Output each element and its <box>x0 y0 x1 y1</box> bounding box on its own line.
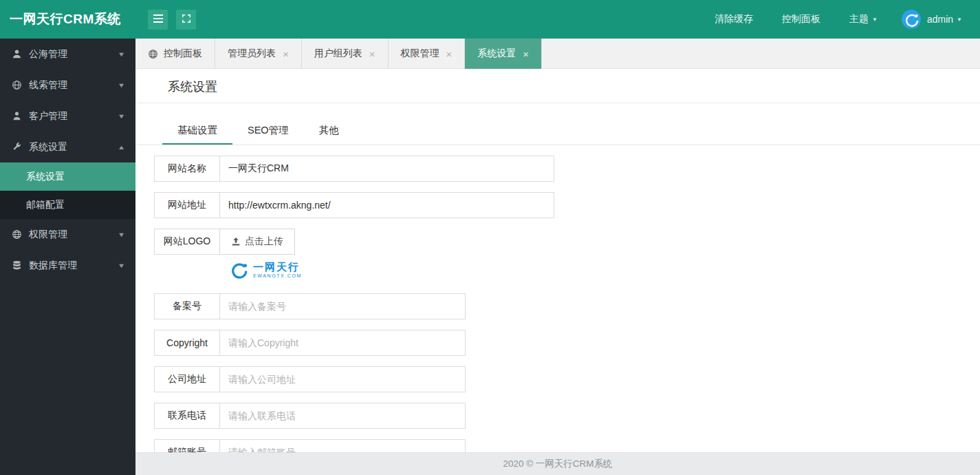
globe-icon <box>11 229 22 240</box>
form-row-contact-phone: 联系电话 <box>154 403 980 429</box>
header: 一网天行CRM系统 清除缓存 控制面板 主题▼ admin▼ <box>0 0 980 39</box>
close-icon[interactable]: × <box>369 49 375 59</box>
sidebar-toggle-button[interactable] <box>148 10 168 30</box>
footer-text: 2020 © 一网天行CRM系统 <box>503 458 612 470</box>
tab-permission-management[interactable]: 权限管理× <box>389 39 466 69</box>
tab-label: 用户组列表 <box>314 48 362 60</box>
close-icon[interactable]: × <box>446 49 453 59</box>
upload-button[interactable]: 点击上传 <box>219 229 295 255</box>
globe-icon <box>148 49 158 59</box>
upload-line: 网站LOGO点击上传 <box>154 229 980 255</box>
sidebar-item-label: 线索管理 <box>29 79 118 92</box>
close-icon[interactable]: × <box>523 49 529 59</box>
sidebar-item-label: 公海管理 <box>29 48 118 61</box>
contact-phone-input[interactable] <box>219 403 466 429</box>
control-panel-link[interactable]: 控制面板 <box>767 0 835 39</box>
form-row-company-address: 公司地址 <box>154 366 980 392</box>
sidebar-item-database-management[interactable]: 数据库管理▼ <box>0 250 135 281</box>
field-label-company-address: 公司地址 <box>154 366 220 392</box>
chevron-down-icon: ▼ <box>118 262 126 269</box>
sidebar-subitem-label: 邮箱配置 <box>26 199 65 211</box>
site-logo-preview: 一网天行EWANGTX.COM <box>228 260 980 280</box>
database-icon <box>11 260 22 271</box>
avatar[interactable] <box>902 10 921 29</box>
upload-icon <box>231 237 241 246</box>
tab-bar: 控制面板管理员列表×用户组列表×权限管理×系统设置× <box>135 39 980 69</box>
tab-label: SEO管理 <box>248 125 289 136</box>
tab-label: 控制面板 <box>164 48 202 60</box>
page-title: 系统设置 <box>168 80 217 94</box>
form-row-copyright: Copyright <box>154 330 980 356</box>
hamburger-icon <box>153 14 163 25</box>
field-label-icp-number: 备案号 <box>154 293 220 319</box>
copyright-input[interactable] <box>219 330 466 356</box>
form-row-site-logo: 网站LOGO点击上传一网天行EWANGTX.COM <box>154 229 980 280</box>
tab-user-group-list[interactable]: 用户组列表× <box>302 39 389 69</box>
sidebar-subitem-mailbox-config[interactable]: 邮箱配置 <box>0 191 135 219</box>
form-row-site-url: 网站地址 <box>154 192 980 218</box>
clear-cache-link[interactable]: 清除缓存 <box>700 0 767 39</box>
chevron-down-icon: ▼ <box>118 113 126 120</box>
site-logo-mark-icon <box>228 260 249 280</box>
tab-dashboard[interactable]: 控制面板 <box>135 39 215 69</box>
company-address-input[interactable] <box>219 366 466 392</box>
site-logo-name: 一网天行 <box>253 261 302 273</box>
site-url-input[interactable] <box>219 192 554 218</box>
field-label-contact-phone: 联系电话 <box>154 403 220 429</box>
chevron-down-icon: ▼ <box>118 231 126 238</box>
field-label-copyright: Copyright <box>154 330 220 356</box>
sidebar-subitem-system-settings[interactable]: 系统设置 <box>0 162 135 191</box>
tab-basic-settings[interactable]: 基础设置 <box>162 117 232 145</box>
fullscreen-button[interactable] <box>176 10 196 30</box>
chevron-down-icon: ▼ <box>957 17 962 23</box>
compass-icon <box>11 80 22 90</box>
icp-number-input[interactable] <box>219 293 466 319</box>
sidebar-item-label: 数据库管理 <box>29 260 118 272</box>
site-name-input[interactable] <box>219 156 554 182</box>
person-icon <box>11 111 22 121</box>
theme-dropdown[interactable]: 主题▼ <box>835 0 892 39</box>
tab-admin-list[interactable]: 管理员列表× <box>215 39 302 69</box>
chevron-down-icon: ▼ <box>118 51 126 58</box>
app-title: 一网天行CRM系统 <box>0 10 135 28</box>
sidebar-item-label: 客户管理 <box>29 110 118 123</box>
chevron-down-icon: ▼ <box>118 82 126 89</box>
chevron-down-icon: ▼ <box>872 17 878 23</box>
avatar-logo-icon <box>902 10 921 29</box>
user-menu[interactable]: admin▼ <box>921 0 980 39</box>
clear-cache-label: 清除缓存 <box>715 13 753 25</box>
footer: 2020 © 一网天行CRM系统 <box>135 452 980 475</box>
chevron-up-icon: ▲ <box>118 144 126 151</box>
sidebar-item-pool-management[interactable]: 公海管理▼ <box>0 39 135 70</box>
user-icon <box>11 49 22 59</box>
sidebar-item-customer-management[interactable]: 客户管理▼ <box>0 101 135 131</box>
tab-seo-management[interactable]: SEO管理 <box>232 117 304 145</box>
field-label-site-name: 网站名称 <box>154 156 220 182</box>
control-panel-label: 控制面板 <box>782 13 820 25</box>
tab-label: 基础设置 <box>177 125 217 136</box>
upload-button-label: 点击上传 <box>245 235 283 248</box>
tab-label: 系统设置 <box>477 48 516 60</box>
settings-icon <box>11 142 22 152</box>
settings-form: 网站名称网站地址网站LOGO点击上传一网天行EWANGTX.COM备案号Copy… <box>135 145 980 465</box>
field-label-site-url: 网站地址 <box>154 192 220 218</box>
sidebar-subitem-label: 系统设置 <box>26 171 65 183</box>
site-logo-domain: EWANGTX.COM <box>253 273 302 279</box>
sidebar-menu: 公海管理▼线索管理▼客户管理▼系统设置▲系统设置邮箱配置权限管理▼数据库管理▼ <box>0 39 135 281</box>
tab-label: 权限管理 <box>401 48 439 60</box>
main-content: 系统设置 基础设置SEO管理其他 网站名称网站地址网站LOGO点击上传一网天行E… <box>135 69 980 475</box>
tab-other[interactable]: 其他 <box>304 117 354 145</box>
form-row-site-name: 网站名称 <box>154 156 980 182</box>
settings-tabs: 基础设置SEO管理其他 <box>135 117 980 145</box>
sidebar-item-label: 权限管理 <box>29 229 118 241</box>
sidebar: 公海管理▼线索管理▼客户管理▼系统设置▲系统设置邮箱配置权限管理▼数据库管理▼ <box>0 39 135 475</box>
tab-system-settings[interactable]: 系统设置× <box>465 39 542 69</box>
sidebar-item-label: 系统设置 <box>29 141 118 154</box>
sidebar-item-permission-management[interactable]: 权限管理▼ <box>0 219 135 250</box>
sidebar-item-leads-management[interactable]: 线索管理▼ <box>0 70 135 101</box>
sidebar-item-system-settings[interactable]: 系统设置▲ <box>0 131 135 162</box>
close-icon[interactable]: × <box>283 49 289 59</box>
page-header: 系统设置 <box>135 69 980 103</box>
form-row-icp-number: 备案号 <box>154 293 980 319</box>
fullscreen-icon <box>182 14 191 25</box>
